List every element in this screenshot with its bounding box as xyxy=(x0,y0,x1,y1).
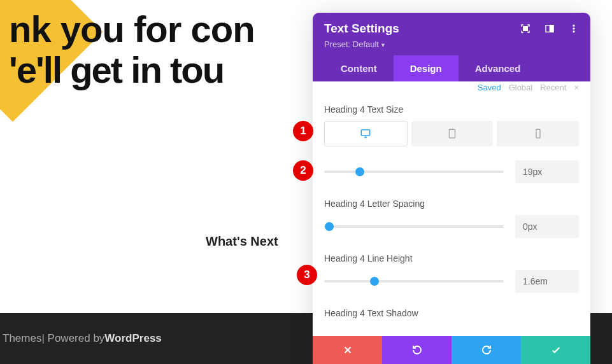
text-size-value[interactable]: 19px xyxy=(515,160,579,183)
tablet-icon xyxy=(446,128,458,139)
slider-thumb[interactable] xyxy=(355,167,364,176)
kebab-menu-icon[interactable] xyxy=(569,24,579,34)
letter-spacing-slider[interactable] xyxy=(324,225,504,228)
device-tab-desktop[interactable] xyxy=(324,121,408,146)
redo-icon xyxy=(481,344,492,356)
panel-body: Saved Global Recent × Heading 4 Text Siz… xyxy=(313,81,590,336)
panel-title: Text Settings xyxy=(324,22,399,36)
device-tab-phone[interactable] xyxy=(497,121,579,146)
footer-engine: WordPress xyxy=(104,332,161,345)
svg-point-3 xyxy=(573,25,575,27)
undo-icon xyxy=(411,344,423,356)
svg-point-4 xyxy=(573,28,575,30)
svg-rect-0 xyxy=(523,27,528,31)
text-shadow-label: Heading 4 Text Shadow xyxy=(324,308,579,318)
letter-spacing-value[interactable]: 0px xyxy=(515,215,579,238)
line-height-slider[interactable] xyxy=(324,280,504,283)
chevron-down-icon: ▼ xyxy=(380,42,386,48)
svg-rect-6 xyxy=(362,130,371,136)
undo-button[interactable] xyxy=(382,336,452,364)
annotation-marker-3: 3 xyxy=(297,265,317,285)
whats-next-heading: What's Next xyxy=(206,234,278,249)
preset-hints: Saved Global Recent × xyxy=(324,83,579,92)
desktop-icon xyxy=(360,128,371,139)
tab-design[interactable]: Design xyxy=(394,55,459,81)
redo-button[interactable] xyxy=(452,336,521,364)
text-size-label: Heading 4 Text Size xyxy=(324,104,579,115)
settings-panel: Text Settings Preset: Default▼ Content D… xyxy=(313,13,590,364)
hero-line-2: 'e'll get in tou xyxy=(9,49,224,90)
text-size-slider[interactable] xyxy=(324,171,504,173)
phone-icon xyxy=(532,128,544,139)
cancel-button[interactable] xyxy=(313,336,382,364)
annotation-marker-1: 1 xyxy=(293,121,313,141)
tab-content[interactable]: Content xyxy=(324,55,394,81)
svg-point-5 xyxy=(573,31,575,32)
save-button[interactable] xyxy=(521,336,590,364)
snap-icon[interactable] xyxy=(544,24,555,34)
line-height-value[interactable]: 1.6em xyxy=(515,270,579,293)
footer-separator: | Powered by xyxy=(41,332,104,345)
svg-rect-2 xyxy=(550,25,553,32)
letter-spacing-label: Heading 4 Letter Spacing xyxy=(324,199,579,209)
panel-header: Text Settings Preset: Default▼ Content D… xyxy=(313,13,590,81)
expand-icon[interactable] xyxy=(520,24,530,34)
panel-tabs: Content Design Advanced xyxy=(324,55,579,81)
check-icon xyxy=(550,344,562,356)
slider-thumb[interactable] xyxy=(370,277,379,286)
hero-line-1: nk you for co xyxy=(9,8,232,50)
device-tab-tablet[interactable] xyxy=(411,121,494,146)
annotation-marker-2: 2 xyxy=(293,160,313,181)
svg-rect-7 xyxy=(450,129,455,138)
tab-advanced[interactable]: Advanced xyxy=(459,55,537,81)
line-height-label: Heading 4 Line Height xyxy=(324,253,579,263)
slider-thumb[interactable] xyxy=(325,222,334,231)
footer-brand: Themes xyxy=(3,332,41,345)
responsive-device-tabs xyxy=(324,121,579,146)
close-icon xyxy=(342,344,353,356)
panel-footer xyxy=(313,336,590,364)
preset-dropdown[interactable]: Preset: Default▼ xyxy=(324,39,579,49)
svg-rect-8 xyxy=(536,129,540,138)
hero-text: nk you for con 'e'll get in tou xyxy=(9,9,255,90)
